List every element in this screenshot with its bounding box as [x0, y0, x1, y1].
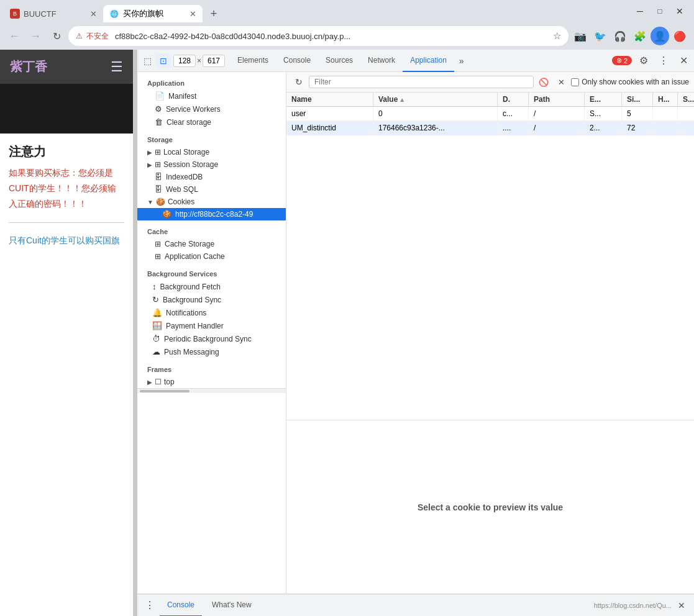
session-storage-icon: ⊞	[155, 160, 161, 169]
sidebar-cookies[interactable]: ▼ 🍪 Cookies	[137, 196, 286, 208]
coord-y[interactable]: 617	[203, 55, 225, 67]
col-name-header[interactable]: Name	[286, 93, 373, 106]
tab-elements[interactable]: Elements	[230, 50, 276, 72]
sidebar-bg-fetch[interactable]: ↕ Background Fetch	[137, 280, 286, 293]
service-workers-icon: ⚙	[155, 104, 162, 114]
sidebar-cookies-url[interactable]: 🍪 http://cf88bc2c-c8a2-49	[137, 208, 286, 220]
hamburger-icon[interactable]: ☰	[111, 59, 123, 75]
devtools-more-icon[interactable]: ⋮	[655, 53, 672, 69]
sidebar-local-storage[interactable]: ▶ ⊞ Local Storage	[137, 146, 286, 158]
sidebar-clear-storage[interactable]: 🗑 Clear storage	[137, 116, 286, 129]
sidebar-notifications[interactable]: 🔔 Notifications	[137, 306, 286, 319]
col-value-header[interactable]: Value ▲	[373, 93, 498, 106]
screenshot-icon[interactable]: 📷	[571, 27, 590, 45]
tab-buuctf[interactable]: B BUUCTF ✕	[4, 5, 103, 22]
sidebar-payment[interactable]: 🪟 Payment Handler	[137, 319, 286, 332]
sidebar-service-workers[interactable]: ⚙ Service Workers	[137, 102, 286, 116]
tab-sources[interactable]: Sources	[318, 50, 360, 72]
tab-buuctf-close[interactable]: ✕	[90, 9, 97, 19]
section2-text: 只有Cuit的学生可以购买国旗	[9, 233, 124, 248]
bookmark-icon[interactable]: ☆	[553, 30, 561, 42]
forward-button[interactable]: →	[26, 27, 45, 45]
url-text: cf88bc2c-c8a2-4992-b42b-0a8cd0d43040.nod…	[115, 32, 350, 41]
bg-fetch-icon: ↕	[152, 282, 157, 291]
extension-icon-bird[interactable]: 🐦	[591, 27, 610, 45]
col-expires-header[interactable]: E...	[585, 93, 622, 106]
periodic-sync-icon: ⏱	[152, 334, 160, 343]
filter-input[interactable]	[309, 76, 534, 88]
sidebar-push[interactable]: ☁ Push Messaging	[137, 345, 286, 358]
devtools-settings-icon[interactable]: ⚙	[636, 53, 652, 69]
special-icon[interactable]: 🔴	[670, 27, 689, 45]
sidebar-frames-top[interactable]: ▶ ☐ top	[137, 376, 286, 388]
tab-whats-new[interactable]: What's New	[204, 594, 259, 617]
local-storage-icon: ⊞	[155, 148, 161, 156]
sidebar-bg-sync[interactable]: ↻ Background Sync	[137, 293, 286, 306]
tab-network[interactable]: Network	[360, 50, 403, 72]
extension-icon-headphones[interactable]: 🎧	[611, 27, 629, 45]
row2-value: 176466c93a1236-...	[373, 121, 498, 135]
lock-icon: ⚠	[76, 32, 83, 40]
sidebar-manifest[interactable]: 📄 Manifest	[137, 89, 286, 102]
col-size-header[interactable]: Si...	[622, 93, 653, 106]
cache-storage-label: Cache Storage	[165, 240, 214, 248]
sidebar-cache-storage[interactable]: ⊞ Cache Storage	[137, 238, 286, 250]
frames-top-label: top	[164, 378, 175, 386]
row2-domain: ....	[498, 121, 529, 135]
devtools-element-picker[interactable]: ⊡	[156, 53, 171, 68]
new-tab-button[interactable]: +	[205, 5, 222, 22]
tab-console-bottom[interactable]: Console	[160, 594, 202, 617]
devtools-close-icon[interactable]: ✕	[675, 53, 692, 69]
only-issues-checkbox-label[interactable]: Only show cookies with an issue	[571, 78, 689, 86]
row2-httponly	[653, 121, 678, 135]
sidebar-session-storage[interactable]: ▶ ⊞ Session Storage	[137, 158, 286, 171]
session-storage-arrow: ▶	[147, 161, 152, 168]
col-httponly-header[interactable]: H...	[653, 93, 678, 106]
tab-flag[interactable]: 🌐 买你的旗帜 ✕	[103, 5, 203, 22]
row1-size: 5	[622, 107, 653, 120]
bg-sync-label: Background Sync	[163, 296, 221, 304]
sidebar-periodic-sync[interactable]: ⏱ Periodic Background Sync	[137, 332, 286, 345]
sidebar-scrollbar-thumb[interactable]	[140, 390, 189, 392]
reload-button[interactable]: ↻	[47, 27, 66, 45]
sidebar-indexeddb[interactable]: 🗄 IndexedDB	[137, 171, 286, 183]
tab-console[interactable]: Console	[276, 50, 318, 72]
console-options-icon[interactable]: ⋮	[142, 598, 157, 613]
col-secure-header[interactable]: S...	[678, 93, 694, 106]
more-tabs-button[interactable]: »	[454, 50, 469, 72]
indexeddb-icon: 🗄	[155, 173, 162, 181]
cookie-main: ↻ 🚫 ✕ Only show cookies with an issue	[286, 72, 694, 594]
manifest-label: Manifest	[168, 92, 196, 101]
minimize-button[interactable]: ─	[631, 4, 649, 19]
push-label: Push Messaging	[164, 348, 219, 356]
col-path-header[interactable]: Path	[529, 93, 585, 106]
notifications-label: Notifications	[166, 309, 206, 317]
cookies-url-label: http://cf88bc2c-c8a2-49	[175, 210, 253, 219]
cookie-table-body: user 0 c... / S... 5 S... M...	[286, 107, 694, 420]
filter-x-button[interactable]: ✕	[554, 75, 568, 89]
profile-icon[interactable]: 👤	[651, 27, 669, 45]
coord-x[interactable]: 128	[173, 55, 196, 67]
maximize-button[interactable]: □	[651, 4, 669, 19]
table-row[interactable]: UM_distinctid 176466c93a1236-... .... / …	[286, 121, 694, 135]
flag-favicon: 🌐	[109, 9, 119, 19]
buuctf-favicon: B	[10, 9, 20, 19]
sidebar-app-cache[interactable]: ⊞ Application Cache	[137, 250, 286, 263]
close-button[interactable]: ✕	[670, 4, 689, 19]
devtools-select-tool[interactable]: ⬚	[140, 53, 155, 68]
url-bar[interactable]: ⚠ 不安全 cf88bc2c-c8a2-4992-b42b-0a8cd0d430…	[68, 26, 568, 46]
tab-application[interactable]: Application	[403, 50, 454, 72]
sidebar-web-sql[interactable]: 🗄 Web SQL	[137, 183, 286, 196]
sidebar-scrollbar[interactable]	[137, 388, 286, 393]
tab-flag-close[interactable]: ✕	[189, 9, 196, 19]
refresh-button[interactable]: ↻	[291, 75, 306, 89]
console-close-icon[interactable]: ✕	[674, 598, 689, 613]
session-storage-label: Session Storage	[163, 160, 218, 169]
only-issues-checkbox[interactable]	[571, 78, 579, 86]
table-row[interactable]: user 0 c... / S... 5 S... M...	[286, 107, 694, 121]
extension-puzzle[interactable]: 🧩	[631, 27, 649, 45]
back-button[interactable]: ←	[5, 27, 24, 45]
col-domain-header[interactable]: D.	[498, 93, 529, 106]
filter-clear-button[interactable]: 🚫	[536, 75, 551, 89]
row1-path: /	[529, 107, 585, 120]
